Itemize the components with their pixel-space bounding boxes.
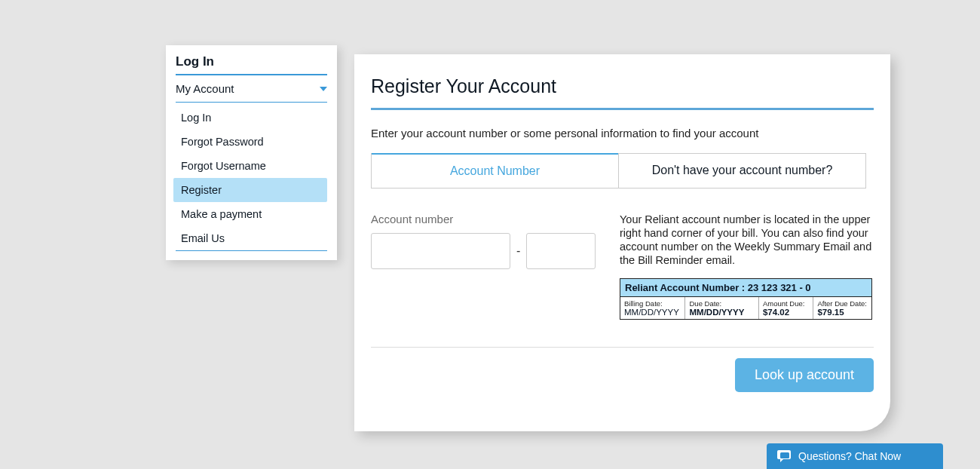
bill-after-due-label: After Due Date: <box>817 299 868 308</box>
sidebar-title: Log In <box>176 54 327 75</box>
form-left: Account number - <box>371 213 597 320</box>
main-card: Register Your Account Enter your account… <box>354 54 890 431</box>
bill-due-date-label: Due Date: <box>689 299 754 308</box>
bill-billing-date-label: Billing Date: <box>624 299 681 308</box>
tab-account-number[interactable]: Account Number <box>372 153 618 188</box>
bill-billing-date-value: MM/DD/YYYY <box>624 308 681 317</box>
sidebar-item-make-a-payment[interactable]: Make a payment <box>176 202 327 226</box>
chat-text: Questions? Chat Now <box>798 450 901 462</box>
sidebar-item-email-us[interactable]: Email Us <box>176 226 327 250</box>
account-dash: - <box>516 244 520 258</box>
chevron-down-icon <box>320 87 327 91</box>
sidebar-item-register[interactable]: Register <box>173 178 327 202</box>
instruction-text: Enter your account number or some person… <box>371 110 874 153</box>
svg-marker-1 <box>780 458 784 462</box>
bill-example-header: Reliant Account Number : 23 123 321 - 0 <box>620 279 871 297</box>
page-title: Register Your Account <box>371 75 874 110</box>
chat-icon <box>777 449 792 463</box>
bill-amount-due-label: Amount Due: <box>763 299 810 308</box>
tab-no-account-number[interactable]: Don't have your account number? <box>618 154 865 188</box>
chat-now-button[interactable]: Questions? Chat Now <box>767 443 943 469</box>
lookup-account-button[interactable]: Look up account <box>735 358 874 392</box>
sidebar-nav-list: Log In Forgot Password Forgot Username R… <box>176 103 327 251</box>
sidebar-item-log-in[interactable]: Log In <box>176 106 327 130</box>
bill-example: Reliant Account Number : 23 123 321 - 0 … <box>620 278 872 320</box>
bill-amount-due: Amount Due: $74.02 <box>759 297 814 319</box>
sidebar: Log In My Account Log In Forgot Password… <box>166 45 337 260</box>
svg-rect-2 <box>780 452 789 458</box>
tabs: Account Number Don't have your account n… <box>371 153 866 189</box>
account-suffix-input[interactable] <box>526 233 596 269</box>
bill-after-due: After Due Date: $79.15 <box>813 297 871 319</box>
sidebar-section-my-account[interactable]: My Account <box>176 75 327 103</box>
account-number-input[interactable] <box>371 233 510 269</box>
page-container: Log In My Account Log In Forgot Password… <box>38 0 943 469</box>
form-right: Your Reliant account number is located i… <box>620 213 872 320</box>
divider <box>371 347 874 348</box>
sidebar-item-forgot-password[interactable]: Forgot Password <box>176 130 327 154</box>
bill-due-date-value: MM/DD/YYYY <box>689 308 754 317</box>
bill-after-due-value: $79.15 <box>817 308 868 317</box>
account-number-label: Account number <box>371 213 597 225</box>
sidebar-item-forgot-username[interactable]: Forgot Username <box>176 154 327 178</box>
help-text: Your Reliant account number is located i… <box>620 213 872 268</box>
bill-amount-due-value: $74.02 <box>763 308 810 317</box>
sidebar-section-label: My Account <box>176 82 234 95</box>
bill-billing-date: Billing Date: MM/DD/YYYY <box>620 297 685 319</box>
bill-due-date: Due Date: MM/DD/YYYY <box>685 297 758 319</box>
